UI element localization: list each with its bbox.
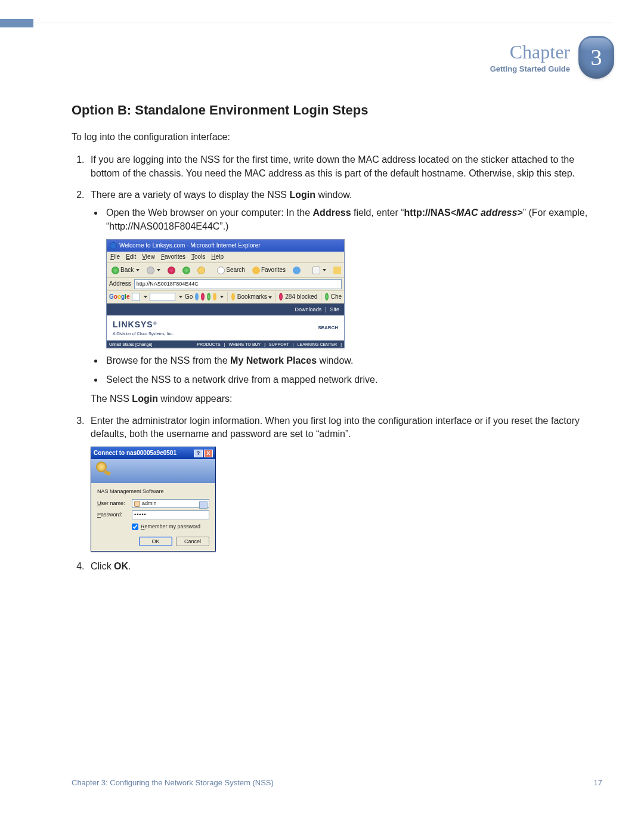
- address-input[interactable]: http://NAS0018F804E44C: [134, 279, 342, 289]
- menu-tools[interactable]: Tools: [191, 253, 205, 261]
- chapter-number-badge: 3: [578, 36, 614, 79]
- step-3: Enter the administrator login informatio…: [87, 414, 602, 552]
- menu-file[interactable]: File: [110, 253, 120, 261]
- page-footer: Chapter 3: Configuring the Network Stora…: [72, 778, 602, 787]
- step-2c: Select the NSS to a network drive from a…: [104, 373, 602, 386]
- check-button[interactable]: Che: [331, 293, 342, 301]
- dialog-subtitle: NAS Management Software: [97, 488, 209, 496]
- nav-products[interactable]: PRODUCTS: [197, 342, 220, 348]
- step-4: Click OK.: [87, 560, 602, 573]
- steps-list: If you are logging into the NSS for the …: [72, 153, 602, 573]
- ok-button[interactable]: OK: [139, 537, 172, 547]
- settings-icon: [207, 293, 210, 301]
- forward-icon: [147, 267, 154, 274]
- star-icon: [252, 267, 260, 274]
- step-2b: Browse for the NSS from the My Network P…: [104, 354, 602, 367]
- step-2: There are a variety of ways to display t…: [87, 188, 602, 406]
- footer-chapter: Chapter 3: Configuring the Network Stora…: [72, 778, 274, 787]
- user-icon: [134, 501, 140, 507]
- cancel-button[interactable]: Cancel: [176, 537, 209, 547]
- site-brand-row: LINKSYS® A Division of Cisco Systems, In…: [107, 315, 344, 336]
- password-input[interactable]: •••••: [132, 510, 209, 519]
- login-appears-text: The NSS Login window appears:: [91, 392, 602, 405]
- notebook-icon: [201, 293, 205, 301]
- section-heading: Option B: Standalone Environment Login S…: [72, 101, 602, 120]
- menu-edit[interactable]: Edit: [126, 253, 136, 261]
- browser-titlebar: Welcome to Linksys.com - Microsoft Inter…: [107, 240, 344, 252]
- google-search-input[interactable]: [150, 293, 175, 301]
- print-icon: [333, 267, 341, 274]
- remember-checkbox[interactable]: [132, 524, 138, 530]
- google-mode-select[interactable]: [132, 293, 140, 301]
- ie-icon: [110, 242, 117, 249]
- intro-text: To log into the configuration interface:: [72, 131, 602, 144]
- back-button[interactable]: Back: [109, 265, 142, 275]
- step-1: If you are logging into the NSS for the …: [87, 153, 602, 180]
- dialog-banner: [91, 459, 215, 483]
- page-content: Option B: Standalone Environment Login S…: [72, 101, 602, 582]
- keys-icon: [96, 462, 113, 478]
- chapter-label: Chapter: [510, 41, 570, 63]
- linksys-logo: LINKSYS: [113, 320, 153, 329]
- google-go-button[interactable]: Go: [185, 293, 193, 301]
- refresh-icon: [182, 267, 190, 274]
- browser-toolbar: Back Search Favorites: [107, 263, 344, 278]
- print-button[interactable]: [331, 265, 343, 275]
- page-accent-stripe: [0, 19, 33, 27]
- site-nav: United States [Change] PRODUCTS| WHERE T…: [107, 340, 344, 348]
- menu-help[interactable]: Help: [211, 253, 224, 261]
- downloads-link[interactable]: Downloads: [295, 306, 322, 314]
- nav-learning[interactable]: LEARNING CENTER: [298, 342, 338, 348]
- menu-view[interactable]: View: [142, 253, 155, 261]
- browser-title: Welcome to Linksys.com - Microsoft Inter…: [119, 241, 261, 250]
- home-icon: [197, 267, 205, 274]
- mail-button[interactable]: [310, 265, 329, 275]
- remember-checkbox-row[interactable]: Remember my password: [132, 523, 209, 531]
- sitemap-link[interactable]: Site: [330, 306, 339, 314]
- forward-button[interactable]: [144, 265, 163, 275]
- mail-icon: [312, 267, 320, 274]
- remember-label: Remember my password: [141, 523, 200, 531]
- history-icon: [293, 267, 301, 274]
- locale-link[interactable]: United States [Change]: [109, 342, 152, 348]
- chapter-header: Chapter Getting Started Guide 3: [411, 36, 614, 79]
- login-dialog-screenshot: Connect to nas00005a9e0501 ? X NAS Manag…: [91, 447, 216, 552]
- refresh-button[interactable]: [180, 265, 193, 275]
- search-button[interactable]: Search: [215, 265, 247, 275]
- search-icon: [217, 267, 225, 274]
- stop-icon: [168, 267, 175, 274]
- address-bar: Address http://NAS0018F804E44C: [107, 278, 344, 291]
- password-label: Password:: [97, 511, 128, 519]
- address-label: Address: [109, 280, 131, 288]
- favorites-button[interactable]: Favorites: [250, 265, 288, 275]
- bookmarks-button[interactable]: Bookmarks: [237, 293, 272, 301]
- dialog-close-button[interactable]: X: [204, 450, 213, 457]
- page-rule: [33, 23, 614, 23]
- history-button[interactable]: [290, 265, 303, 275]
- browser-menubar: File Edit View Favorites Tools Help: [107, 252, 344, 263]
- google-toolbar: Google Go: [107, 291, 344, 304]
- dialog-title: Connect to nas00005a9e0501: [94, 449, 177, 457]
- nav-where[interactable]: WHERE TO BUY: [228, 342, 261, 348]
- pagerank-icon: [195, 293, 199, 301]
- dialog-titlebar: Connect to nas00005a9e0501 ? X: [91, 447, 215, 459]
- linksys-tagline: A Division of Cisco Systems, Inc.: [113, 331, 174, 337]
- bookmark-star-icon: [231, 293, 235, 301]
- username-label: User name:: [97, 500, 128, 507]
- stop-button[interactable]: [165, 265, 178, 275]
- blocked-count[interactable]: 284 blocked: [285, 293, 317, 301]
- step-2a: Open the Web browser on your computer: I…: [104, 206, 602, 348]
- browser-screenshot: Welcome to Linksys.com - Microsoft Inter…: [106, 239, 345, 348]
- page-number: 17: [594, 778, 602, 787]
- popup-blocked-icon: [279, 293, 283, 301]
- home-button[interactable]: [195, 265, 208, 275]
- username-input[interactable]: admin: [132, 499, 209, 508]
- picasa-icon: [213, 293, 216, 301]
- site-top-links: Downloads | Site: [107, 304, 344, 316]
- google-logo-icon: Google: [109, 293, 129, 301]
- nav-support[interactable]: SUPPORT: [269, 342, 289, 348]
- site-search-label[interactable]: SEARCH: [318, 324, 338, 331]
- spellcheck-icon: [325, 293, 329, 301]
- menu-favorites[interactable]: Favorites: [161, 253, 185, 261]
- dialog-help-button[interactable]: ?: [194, 450, 203, 457]
